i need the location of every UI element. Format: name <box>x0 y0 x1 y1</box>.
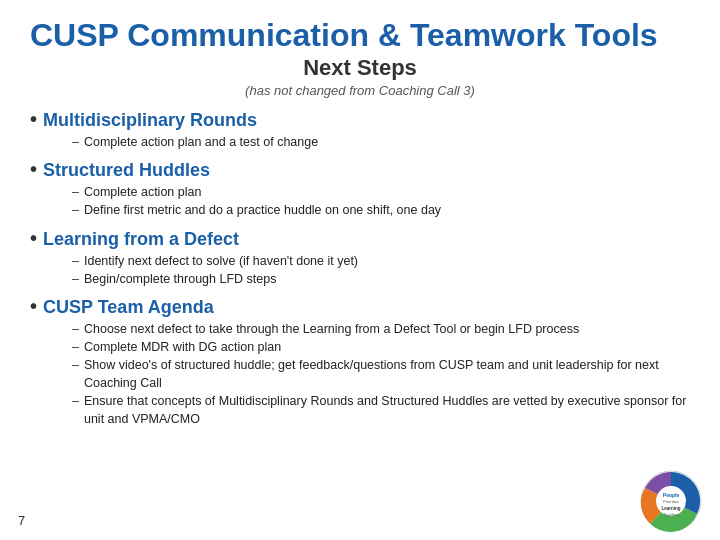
list-item: Complete action plan <box>72 183 690 201</box>
bullet-dot-1: • <box>30 158 37 181</box>
bullet-heading-text-0: Multidisciplinary Rounds <box>43 110 257 131</box>
bullet-dot-2: • <box>30 227 37 250</box>
sub-list-0: Complete action plan and a test of chang… <box>30 133 690 151</box>
bullet-heading-2: •Learning from a Defect <box>30 227 690 250</box>
sub-list-1: Complete action planDefine first metric … <box>30 183 690 219</box>
svg-text:Priorities: Priorities <box>663 499 679 504</box>
slide-page: CUSP Communication & Teamwork Tools Next… <box>0 0 720 540</box>
svg-text:People: People <box>663 492 680 498</box>
sub-title: Next Steps <box>30 55 690 81</box>
subtitle-note: (has not changed from Coaching Call 3) <box>30 83 690 98</box>
bullet-heading-text-1: Structured Huddles <box>43 160 210 181</box>
list-item: Complete MDR with DG action plan <box>72 338 690 356</box>
bullet-section-1: •Structured HuddlesComplete action planD… <box>30 158 690 219</box>
bullet-section-0: •Multidisciplinary RoundsComplete action… <box>30 108 690 151</box>
svg-text:Learning: Learning <box>661 506 680 511</box>
bullet-heading-0: •Multidisciplinary Rounds <box>30 108 690 131</box>
bullet-section-3: •CUSP Team AgendaChoose next defect to t… <box>30 295 690 429</box>
list-item: Show video's of structured huddle; get f… <box>72 356 690 392</box>
list-item: Begin/complete through LFD steps <box>72 270 690 288</box>
svg-text:Together: Together <box>663 512 679 517</box>
bullet-heading-3: •CUSP Team Agenda <box>30 295 690 318</box>
list-item: Define first metric and do a practice hu… <box>72 201 690 219</box>
list-item: Complete action plan and a test of chang… <box>72 133 690 151</box>
bullet-section-2: •Learning from a DefectIdentify next def… <box>30 227 690 288</box>
list-item: Identify next defect to solve (if haven'… <box>72 252 690 270</box>
list-item: Choose next defect to take through the L… <box>72 320 690 338</box>
page-number: 7 <box>18 513 25 528</box>
bullet-heading-text-2: Learning from a Defect <box>43 229 239 250</box>
bullet-heading-1: •Structured Huddles <box>30 158 690 181</box>
logo-circle: People Priorities Learning Together <box>640 470 702 532</box>
sub-list-2: Identify next defect to solve (if haven'… <box>30 252 690 288</box>
bullets-container: •Multidisciplinary RoundsComplete action… <box>30 108 690 428</box>
main-title: CUSP Communication & Teamwork Tools <box>30 18 690 53</box>
list-item: Ensure that concepts of Multidisciplinar… <box>72 392 690 428</box>
bullet-dot-0: • <box>30 108 37 131</box>
bullet-heading-text-3: CUSP Team Agenda <box>43 297 214 318</box>
sub-list-3: Choose next defect to take through the L… <box>30 320 690 429</box>
bullet-dot-3: • <box>30 295 37 318</box>
